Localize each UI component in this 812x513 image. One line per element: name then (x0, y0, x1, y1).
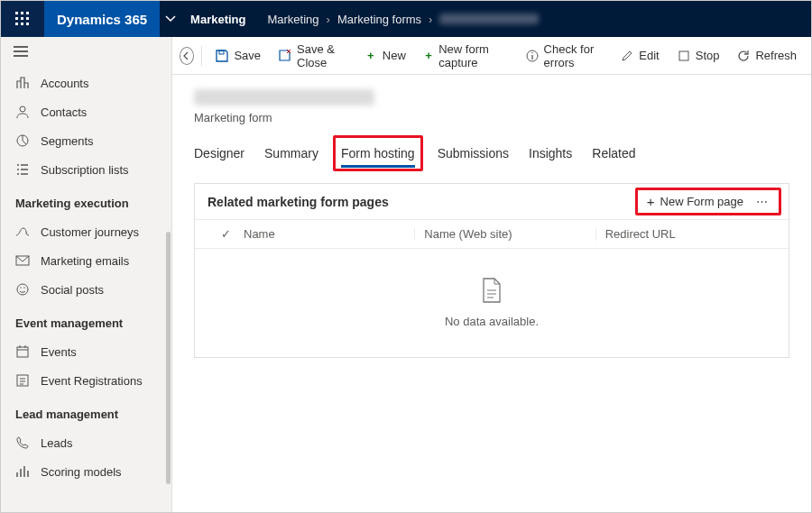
breadcrumb-area[interactable]: Marketing (190, 13, 245, 26)
tab-form-hosting[interactable]: Form hosting (341, 141, 415, 166)
check-errors-button[interactable]: Check for errors (519, 37, 611, 75)
sidebar-item-event-registrations[interactable]: Event Registrations (1, 366, 171, 395)
pencil-icon (621, 50, 633, 62)
sidebar-group-title: Lead management (1, 395, 171, 428)
refresh-button[interactable]: Refresh (730, 43, 804, 68)
phone-icon (15, 435, 30, 450)
tab-summary[interactable]: Summary (264, 141, 318, 166)
brand-label[interactable]: Dynamics 365 (44, 1, 160, 37)
grid-actions-highlight: + New Form page ⋯ (635, 188, 781, 215)
svg-point-12 (17, 284, 28, 295)
sidebar-item-label: Event Registrations (41, 374, 143, 388)
segments-icon (15, 133, 30, 148)
svg-point-13 (20, 287, 21, 288)
record-tabs: DesignerSummaryForm hostingSubmissionsIn… (194, 141, 789, 167)
save-button[interactable]: Save (208, 43, 268, 68)
sidebar-item-social-posts[interactable]: Social posts (1, 275, 171, 304)
sidebar-item-marketing-emails[interactable]: Marketing emails (1, 246, 171, 275)
svg-rect-8 (26, 23, 29, 25)
save-icon (216, 50, 228, 62)
tab-submissions[interactable]: Submissions (438, 141, 509, 166)
plus-icon: + (364, 50, 377, 62)
person-icon (15, 105, 30, 119)
list-icon (15, 162, 30, 177)
svg-rect-4 (21, 17, 23, 20)
sidebar-item-label: Accounts (41, 77, 88, 90)
column-header-name[interactable]: Name (244, 227, 414, 241)
record-title-redacted (194, 89, 374, 105)
back-button[interactable] (180, 47, 194, 65)
command-bar: Save Save & Close +New +New form capture… (172, 37, 811, 75)
svg-rect-5 (26, 17, 29, 20)
stop-icon (678, 50, 690, 62)
sidebar-item-segments[interactable]: Segments (1, 126, 171, 155)
record-subtitle: Marketing form (194, 111, 789, 124)
new-form-capture-button[interactable]: +New form capture (417, 37, 515, 75)
svg-rect-1 (21, 12, 23, 14)
plus-icon: + (647, 194, 655, 209)
sidebar-item-label: Contacts (41, 105, 87, 119)
sidebar-item-subscription-lists[interactable]: Subscription lists (1, 155, 171, 184)
sidebar-item-customer-journeys[interactable]: Customer journeys (1, 217, 171, 246)
svg-rect-6 (15, 23, 18, 25)
svg-rect-15 (17, 347, 28, 357)
sidebar-item-label: Events (41, 345, 77, 359)
related-pages-grid: Related marketing form pages + New Form … (194, 183, 789, 358)
edit-button[interactable]: Edit (614, 43, 666, 68)
breadcrumb-item-0[interactable]: Marketing (267, 13, 318, 26)
build-icon (15, 76, 30, 90)
chevron-right-icon: › (429, 13, 432, 26)
svg-rect-7 (21, 23, 23, 25)
sidebar-item-label: Subscription lists (41, 163, 129, 177)
new-button[interactable]: +New (357, 43, 413, 68)
tab-related[interactable]: Related (592, 141, 635, 166)
hamburger-icon[interactable] (1, 37, 171, 69)
sidebar-item-accounts[interactable]: Accounts (1, 69, 171, 97)
app-launcher-icon[interactable] (1, 1, 44, 37)
plus-icon: + (424, 50, 433, 62)
sidebar-item-label: Scoring models (41, 465, 122, 479)
tab-insights[interactable]: Insights (529, 141, 572, 166)
tab-designer[interactable]: Designer (194, 141, 245, 166)
checkmark-column-icon[interactable]: ✓ (208, 227, 244, 241)
mail-icon (15, 253, 30, 268)
svg-point-9 (20, 106, 25, 112)
sidebar-item-label: Social posts (41, 283, 104, 297)
column-header-redirect[interactable]: Redirect URL (595, 227, 776, 241)
stop-button[interactable]: Stop (670, 43, 727, 68)
sidebar-item-label: Customer journeys (41, 225, 139, 239)
journey-icon (15, 224, 30, 239)
svg-rect-19 (679, 51, 688, 60)
sidebar-item-label: Segments (41, 134, 94, 148)
info-icon (526, 50, 539, 62)
chevron-right-icon: › (327, 13, 330, 26)
more-actions-icon[interactable]: ⋯ (756, 195, 770, 208)
sidebar: AccountsContactsSegmentsSubscription lis… (1, 37, 172, 512)
new-form-page-button[interactable]: + New Form page (647, 194, 743, 209)
grid-column-headers: ✓ Name Name (Web site) Redirect URL (195, 220, 789, 249)
svg-rect-3 (15, 17, 18, 20)
svg-rect-2 (26, 12, 29, 14)
sidebar-group-title: Event management (1, 304, 171, 337)
score-icon (15, 464, 30, 479)
sidebar-item-label: Leads (41, 436, 72, 450)
reglist-icon (15, 373, 30, 388)
svg-rect-0 (15, 12, 18, 14)
grid-empty-state: No data available. (195, 249, 789, 357)
breadcrumb-item-1[interactable]: Marketing forms (337, 13, 421, 26)
column-header-website[interactable]: Name (Web site) (414, 227, 595, 241)
smile-icon (15, 282, 30, 297)
calendar-icon (15, 344, 30, 359)
grid-title: Related marketing form pages (208, 195, 389, 209)
save-close-button[interactable]: Save & Close (272, 37, 354, 75)
sidebar-item-label: Marketing emails (41, 254, 129, 268)
document-icon (482, 278, 502, 306)
sidebar-item-contacts[interactable]: Contacts (1, 97, 171, 126)
scrollbar-thumb[interactable] (166, 232, 171, 484)
breadcrumb-item-redacted (439, 14, 539, 24)
sidebar-item-scoring-models[interactable]: Scoring models (1, 457, 171, 486)
save-close-icon (279, 50, 291, 62)
sidebar-item-events[interactable]: Events (1, 337, 171, 366)
sidebar-item-leads[interactable]: Leads (1, 428, 171, 457)
chevron-down-icon[interactable] (160, 1, 181, 37)
